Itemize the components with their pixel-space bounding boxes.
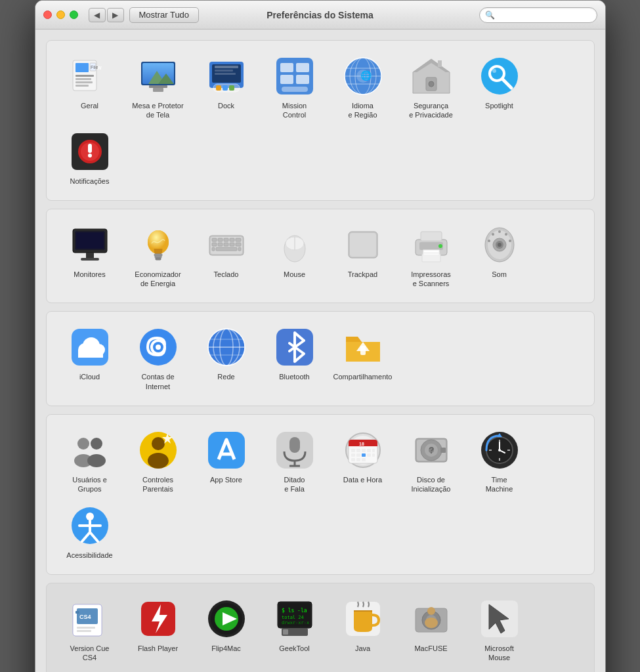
section-personal: New File Geral	[46, 40, 595, 201]
svg-rect-147	[372, 449, 375, 452]
svg-rect-4	[75, 78, 91, 80]
item-data[interactable]: 18	[330, 425, 396, 498]
item-mesa[interactable]: Mesa e Protetorde Tela	[125, 51, 191, 124]
svg-point-101	[492, 233, 494, 236]
svg-rect-6	[75, 85, 89, 87]
label-microsoftmouse: MicrosoftMouse	[484, 644, 514, 663]
item-trackpad[interactable]: Trackpad	[330, 220, 396, 293]
svg-rect-82	[238, 247, 241, 251]
svg-point-100	[498, 230, 501, 233]
icon-mission	[274, 55, 316, 97]
close-button[interactable]	[43, 10, 52, 19]
item-som[interactable]: Som	[467, 220, 532, 293]
icon-macfuse	[410, 598, 452, 640]
svg-rect-199	[283, 629, 288, 635]
svg-rect-77	[224, 243, 228, 246]
item-redcode[interactable]: REDcode	[262, 669, 328, 672]
icon-idioma: 🌐	[342, 55, 384, 97]
item-economizador[interactable]: Economizadorde Energia	[125, 220, 191, 293]
svg-rect-5	[75, 81, 93, 83]
svg-rect-146	[367, 449, 371, 452]
svg-rect-22	[215, 66, 238, 68]
item-impressoras[interactable]: Impressorase Scanners	[398, 220, 464, 293]
item-spotlight[interactable]: Spotlight	[467, 51, 532, 124]
svg-point-129	[148, 453, 169, 469]
item-geektool[interactable]: $ ls -la total 24 drwxr-xr-x GeekTool	[262, 594, 328, 667]
item-versioncue[interactable]: CS4 Version CueCS4	[57, 594, 123, 667]
icon-usuarios	[69, 429, 111, 471]
item-notificacoes[interactable]: Notificações	[57, 127, 123, 190]
svg-rect-15	[153, 88, 163, 92]
icon-spotlight	[479, 55, 521, 97]
item-flip4mac[interactable]: Flip4Mac	[194, 594, 259, 667]
label-mesa: Mesa e Protetorde Tela	[132, 101, 183, 120]
label-impressoras: Impressorase Scanners	[411, 270, 451, 289]
item-microsoftmouse[interactable]: MicrosoftMouse	[467, 594, 532, 667]
item-icloud[interactable]: iCloud	[57, 322, 123, 395]
item-rede[interactable]: Rede	[194, 322, 259, 395]
item-ditado[interactable]: Ditadoe Fala	[262, 425, 328, 498]
svg-rect-149	[356, 453, 360, 457]
icon-mouse	[274, 224, 316, 266]
item-timemachine[interactable]: TimeMachine	[467, 425, 532, 498]
label-flip4mac: Flip4Mac	[211, 644, 241, 653]
show-all-button[interactable]: Mostrar Tudo	[129, 7, 200, 23]
item-monitores[interactable]: Monitores	[57, 220, 123, 293]
svg-point-112	[156, 345, 161, 350]
search-input[interactable]	[498, 10, 591, 20]
svg-rect-3	[75, 75, 94, 77]
label-trackpad: Trackpad	[348, 270, 377, 279]
personal-grid: New File Geral	[57, 51, 584, 190]
item-mysql[interactable]: MySQL	[57, 669, 123, 672]
section-other: CS4 Version CueCS4	[46, 583, 595, 672]
svg-rect-71	[218, 238, 223, 242]
internet-grid: iCloud Contas deInternet	[57, 322, 584, 395]
item-usuarios[interactable]: Usuários eGrupos	[57, 425, 123, 498]
item-ntfs[interactable]: NTFS NTFS forMac OS X	[125, 669, 191, 672]
item-teclado[interactable]: Teclado	[194, 220, 259, 293]
item-acessibilidade[interactable]: Acessibilidade	[57, 501, 123, 564]
item-compartilhamento[interactable]: Compartilhamento	[330, 322, 396, 395]
svg-point-128	[152, 437, 165, 450]
label-teclado: Teclado	[214, 270, 239, 279]
item-controles[interactable]: ControlesParentais	[125, 425, 191, 498]
item-geral[interactable]: New File Geral	[57, 51, 123, 124]
svg-point-99	[498, 243, 501, 247]
item-java[interactable]: Java	[330, 594, 396, 667]
label-controles: ControlesParentais	[142, 475, 173, 494]
svg-rect-153	[351, 458, 355, 461]
item-bluetooth[interactable]: Bluetooth	[262, 322, 328, 395]
icon-controles	[137, 429, 179, 471]
item-mouse[interactable]: Mouse	[262, 220, 328, 293]
item-flashplayer[interactable]: Flash Player	[125, 594, 191, 667]
icon-geektool: $ ls -la total 24 drwxr-xr-x	[274, 598, 316, 640]
search-box[interactable]: 🔍	[479, 7, 597, 23]
back-button[interactable]: ◀	[89, 8, 106, 22]
nav-buttons: ◀ ▶	[89, 8, 124, 22]
svg-rect-152	[372, 453, 375, 457]
item-seguranca[interactable]: Segurançae Privacidade	[398, 51, 464, 124]
icon-monitores	[69, 224, 111, 266]
minimize-button[interactable]	[56, 10, 65, 19]
icon-icloud	[69, 326, 111, 368]
svg-rect-24	[215, 73, 236, 75]
system-grid: Usuários eGrupos ControlesParenta	[57, 425, 584, 564]
label-spotlight: Spotlight	[485, 101, 513, 110]
item-dock[interactable]: Dock	[194, 51, 259, 124]
item-idioma[interactable]: 🌐 Idiomae Região	[330, 51, 396, 124]
item-appstore[interactable]: App Store	[194, 425, 259, 498]
svg-text:CS4: CS4	[79, 614, 91, 620]
item-disco[interactable]: ? Disco deInicialização	[398, 425, 464, 498]
svg-rect-151	[367, 453, 371, 457]
item-contas[interactable]: Contas deInternet	[125, 322, 191, 395]
forward-button[interactable]: ▶	[107, 8, 124, 22]
item-macfuse[interactable]: MacFUSE	[398, 594, 464, 667]
maximize-button[interactable]	[70, 10, 78, 19]
icon-mesa	[137, 55, 179, 97]
icon-microsoftmouse	[479, 598, 521, 640]
icon-seguranca	[410, 55, 452, 97]
svg-point-94	[438, 244, 442, 248]
item-mission[interactable]: MissionControl	[262, 51, 328, 124]
hardware-grid: Monitores	[57, 220, 584, 293]
item-perian[interactable]: Perian	[194, 669, 259, 672]
